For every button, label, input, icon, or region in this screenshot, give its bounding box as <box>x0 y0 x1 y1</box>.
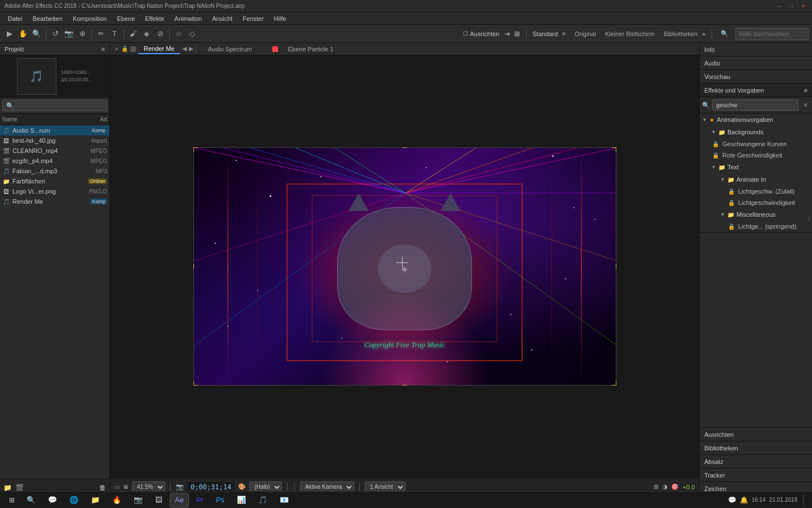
tool-hand[interactable]: ✋ <box>17 28 29 40</box>
vorschau-section[interactable]: Vorschau <box>700 70 812 84</box>
info-section[interactable]: Info <box>700 43 812 56</box>
tool-camera[interactable]: 📷 <box>63 28 75 40</box>
tool-shape[interactable]: ◇ <box>186 28 198 40</box>
list-item[interactable]: 🎬 ezgifc_p4.mp4 MPEG <box>0 156 109 166</box>
render-me-tab[interactable]: Render Me <box>138 44 180 54</box>
taskbar-chat-btn[interactable]: 💬 <box>728 496 736 504</box>
list-item[interactable]: 📁 Farbflächen Ordner <box>0 176 109 186</box>
list-item[interactable]: 🎵 Audio S...rum Komp <box>0 125 109 135</box>
effects-search-input[interactable] <box>712 99 798 111</box>
misc-item-1[interactable]: 🔒 Lichtge... (springend) <box>700 221 812 232</box>
kleiner-label[interactable]: Kleiner Bildschirm <box>605 30 655 37</box>
taskbar-premiere[interactable]: Pr <box>191 493 209 507</box>
vc-render-icon[interactable]: ▭ <box>114 484 120 490</box>
absatz-section[interactable]: Absatz <box>700 455 812 468</box>
menu-ebene[interactable]: Ebene <box>112 14 139 23</box>
bibliotheken-label[interactable]: Bibliotheken <box>664 30 698 37</box>
taskbar-excel[interactable]: 📊 <box>232 493 251 507</box>
animationsvorgaben-header[interactable]: ▼ ★ Animationsvorgaben <box>700 113 812 126</box>
close-tab-icon[interactable]: ✕ <box>114 46 119 52</box>
tab-prev[interactable]: ◀ <box>182 45 187 52</box>
tool-eraser[interactable]: ⊘ <box>154 28 166 40</box>
effects-clear-icon[interactable]: ✕ <box>801 100 810 110</box>
tool-zoom[interactable]: 🔍 <box>30 28 43 40</box>
new-comp-icon[interactable]: 🎬 <box>15 484 24 492</box>
taskbar-ae[interactable]: Ae <box>170 493 189 507</box>
taskbar-photoshop[interactable]: Ps <box>211 493 230 507</box>
scroll-indicator[interactable]: ↓ <box>807 214 810 221</box>
new-folder-icon[interactable]: 📁 <box>3 484 12 492</box>
text-header[interactable]: ▼ 📁 Text <box>700 161 812 173</box>
maximize-icon[interactable]: □ <box>787 2 795 10</box>
vc-color-icon[interactable]: 🎨 <box>238 483 246 491</box>
align-icon1[interactable]: ⇥ <box>504 30 510 38</box>
audio-section[interactable]: Audio <box>700 56 812 70</box>
list-item[interactable]: 🖼 best-hd-_40.jpg Import <box>0 135 109 146</box>
tool-text[interactable]: T <box>108 28 121 40</box>
bg-item-1[interactable]: 🔒 Geschwungene Kurven <box>700 138 812 150</box>
tool-puppet[interactable]: ☆ <box>173 28 185 40</box>
help-search-input[interactable] <box>735 28 809 40</box>
tool-rotate[interactable]: ↺ <box>49 28 61 40</box>
layer-tab[interactable]: Ebene Particle 1 <box>283 45 339 54</box>
taskbar-edge[interactable]: 🌐 <box>64 493 83 507</box>
tool-pen[interactable]: ✏ <box>95 28 107 40</box>
workspace-options[interactable]: ≡ <box>562 30 566 37</box>
ai-item-1[interactable]: 🔒 Lichtgeschw. (Zufall) <box>700 186 812 197</box>
bibliotheken-section[interactable]: Bibliotheken <box>700 441 812 455</box>
menu-animation[interactable]: Animation <box>170 14 206 23</box>
bg-item-2[interactable]: 🔒 Rote Geschwindigkeit <box>700 150 812 161</box>
project-search-input[interactable] <box>2 100 107 111</box>
project-menu-icon[interactable]: ≡ <box>102 46 105 52</box>
taskbar-files[interactable]: 📁 <box>86 493 105 507</box>
menu-ansicht[interactable]: Ansicht <box>208 14 237 23</box>
vc-snapshot-icon[interactable]: 📷 <box>176 483 184 491</box>
tool-clone[interactable]: ◈ <box>140 28 153 40</box>
vc-monitor-icon[interactable]: 🖥 <box>123 484 129 490</box>
start-button[interactable]: ⊞ <box>5 493 19 507</box>
menu-fenster[interactable]: Fenster <box>238 14 268 23</box>
list-item[interactable]: 🖼 Logo Vi...er.png PNG-D <box>0 186 109 196</box>
ausrichten-section[interactable]: Ausrichten <box>700 428 812 441</box>
new-item-icon[interactable]: 🗑 <box>99 484 106 492</box>
close-icon[interactable]: ✕ <box>800 2 807 10</box>
tab-next[interactable]: ▶ <box>189 45 193 52</box>
align-checkbox[interactable]: ☐ <box>463 30 468 37</box>
taskbar-gallery[interactable]: 🖼 <box>150 493 167 507</box>
lock-icon[interactable]: 🔒 <box>121 46 128 52</box>
minimize-icon[interactable]: ─ <box>775 2 783 10</box>
ai-item-2[interactable]: 🔒 Lichtgeschwindigkeit <box>700 197 812 208</box>
vc-mask-icon[interactable]: ◑ <box>662 483 668 491</box>
list-item[interactable]: 🎵 Render Me Komp <box>0 196 109 207</box>
list-item[interactable]: 🎵 Fabian_...d.mp3 MP3 <box>0 166 109 176</box>
tool-anchor[interactable]: ⊕ <box>76 28 89 40</box>
menu-komposition[interactable]: Komposition <box>68 14 112 23</box>
more-workspaces[interactable]: » <box>702 30 705 37</box>
original-label[interactable]: Original <box>575 30 596 37</box>
menu-bearbeiten[interactable]: Bearbeiten <box>28 14 67 23</box>
taskbar-cortana[interactable]: 💬 <box>43 493 62 507</box>
animate-in-header[interactable]: ▼ 📁 Animate In <box>700 173 812 186</box>
list-item[interactable]: 🎬 CLEANRO_mp4 MPEG <box>0 146 109 156</box>
taskbar-email[interactable]: 📧 <box>275 493 294 507</box>
taskbar-camera[interactable]: 📷 <box>129 493 148 507</box>
show-desktop-btn[interactable] <box>803 494 807 506</box>
taskbar-music[interactable]: 🎵 <box>253 493 272 507</box>
menu-datei[interactable]: Datei <box>3 14 27 23</box>
menu-hilfe[interactable]: Hilfe <box>270 14 291 23</box>
effects-menu-icon[interactable]: ≡ <box>804 87 807 94</box>
vc-3d-icon[interactable]: 🎯 <box>671 483 679 491</box>
search-button-toolbar[interactable]: 🔍 <box>718 28 731 40</box>
menu-effekte[interactable]: Effekte <box>140 14 169 23</box>
misc-header[interactable]: ▼ 📁 Miscellaneous <box>700 208 812 221</box>
taskbar-firefox[interactable]: 🔥 <box>107 493 126 507</box>
audio-spectrum-tab[interactable]: Audio Spectrum <box>202 45 257 54</box>
align-icon2[interactable]: ⊞ <box>514 30 520 38</box>
backgrounds-header[interactable]: ▼ 📁 Backgrounds <box>700 126 812 138</box>
tool-brush[interactable]: 🖌 <box>127 28 139 40</box>
notification-icon[interactable]: 🔔 <box>740 496 748 504</box>
vc-grid-icon[interactable]: ⊞ <box>654 483 659 491</box>
taskbar-search[interactable]: 🔍 <box>21 493 41 507</box>
tool-select[interactable]: ▶ <box>3 28 16 40</box>
tracker-section[interactable]: Tracker <box>700 468 812 482</box>
